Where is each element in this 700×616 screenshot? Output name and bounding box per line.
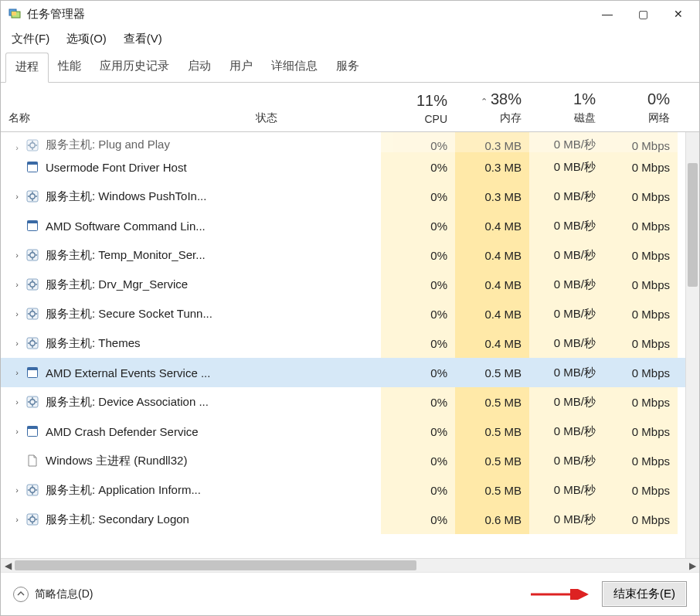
cell-cpu: 0%: [381, 446, 455, 475]
tab-details[interactable]: 详细信息: [262, 53, 327, 82]
expand-toggle[interactable]: ›: [8, 143, 25, 152]
cell-disk: 0 MB/秒: [529, 132, 603, 152]
svg-rect-44: [28, 368, 38, 371]
cell-cpu: 0%: [381, 358, 455, 387]
tab-startup[interactable]: 启动: [178, 53, 220, 82]
table-row[interactable]: ›服务主机: Themes0%0.4 MB0 MB/秒0 Mbps: [1, 328, 699, 358]
table-row[interactable]: ›服务主机: Windows PushToIn...0%0.3 MB0 MB/秒…: [1, 182, 699, 211]
process-name: 服务主机: Drv_Mgr_Service: [46, 277, 188, 292]
cell-net: 0 Mbps: [603, 417, 678, 446]
end-task-button[interactable]: 结束任务(E): [602, 581, 687, 607]
table-row[interactable]: ›服务主机: Application Inform...0%0.5 MB0 MB…: [1, 475, 699, 505]
menu-options[interactable]: 选项(O): [62, 30, 111, 48]
col-disk[interactable]: 1%磁盘: [529, 90, 603, 131]
expand-toggle[interactable]: ›: [8, 368, 25, 377]
table-row[interactable]: Windows 主进程 (Rundll32)0%0.5 MB0 MB/秒0 Mb…: [1, 446, 699, 475]
col-network[interactable]: 0%网络: [603, 90, 678, 131]
col-status[interactable]: 状态: [248, 108, 381, 131]
process-name: Usermode Font Driver Host: [46, 161, 187, 174]
menu-view[interactable]: 查看(V): [119, 30, 167, 48]
cell-mem: 0.5 MB: [455, 417, 529, 446]
expand-toggle[interactable]: ›: [8, 485, 25, 495]
table-row[interactable]: ›AMD External Events Service ...0%0.5 MB…: [1, 358, 699, 387]
table-row[interactable]: AMD Software Command Lin...0%0.4 MB0 MB/…: [1, 211, 699, 240]
col-memory[interactable]: ⌃38%内存: [455, 90, 529, 131]
process-name: 服务主机: Temp_Monitor_Ser...: [46, 248, 206, 263]
gear-icon: [25, 395, 39, 409]
gear-icon: [25, 512, 39, 526]
gear-icon: [25, 277, 39, 291]
cell-mem: 0.3 MB: [455, 182, 529, 211]
cell-disk: 0 MB/秒: [529, 299, 603, 328]
tab-users[interactable]: 用户: [220, 53, 262, 82]
table-row[interactable]: ›服务主机: Drv_Mgr_Service0%0.4 MB0 MB/秒0 Mb…: [1, 270, 699, 299]
expand-toggle[interactable]: ›: [8, 339, 25, 348]
scroll-right-icon[interactable]: ▶: [685, 560, 699, 571]
expand-toggle[interactable]: ›: [8, 427, 25, 436]
tab-performance[interactable]: 性能: [49, 53, 90, 82]
cell-net: 0 Mbps: [603, 270, 678, 299]
cell-mem: 0.4 MB: [455, 270, 529, 299]
expand-toggle[interactable]: ›: [8, 515, 25, 524]
table-row[interactable]: ›服务主机: Temp_Monitor_Ser...0%0.4 MB0 MB/秒…: [1, 240, 699, 270]
expand-toggle[interactable]: ›: [8, 192, 25, 201]
cell-disk: 0 MB/秒: [529, 358, 603, 387]
cell-cpu: 0%: [381, 387, 455, 417]
table-row[interactable]: ›服务主机: Secure Socket Tunn...0%0.4 MB0 MB…: [1, 299, 699, 328]
scroll-thumb[interactable]: [15, 560, 416, 570]
cell-cpu: 0%: [381, 299, 455, 328]
minimize-button[interactable]: —: [590, 2, 625, 26]
fewer-details-toggle[interactable]: 简略信息(D): [13, 587, 93, 602]
cell-cpu: 0%: [381, 270, 455, 299]
cell-net: 0 Mbps: [603, 505, 678, 534]
process-name: 服务主机: Application Inform...: [46, 483, 201, 498]
expand-toggle[interactable]: ›: [8, 397, 25, 407]
close-button[interactable]: ✕: [661, 2, 696, 26]
horizontal-scrollbar[interactable]: ◀ ▶: [1, 558, 699, 572]
cell-cpu: 0%: [381, 417, 455, 446]
table-row[interactable]: Usermode Font Driver Host0%0.3 MB0 MB/秒0…: [1, 152, 699, 182]
tab-services[interactable]: 服务: [327, 53, 369, 82]
cell-mem: 0.6 MB: [455, 505, 529, 534]
table-header: 名称 状态 11%CPU ⌃38%内存 1%磁盘 0%网络: [1, 83, 699, 132]
cell-disk: 0 MB/秒: [529, 182, 603, 211]
cell-disk: 0 MB/秒: [529, 505, 603, 534]
cell-disk: 0 MB/秒: [529, 211, 603, 240]
tab-apphistory[interactable]: 应用历史记录: [90, 53, 178, 82]
cell-net: 0 Mbps: [603, 358, 678, 387]
cell-disk: 0 MB/秒: [529, 270, 603, 299]
expand-toggle[interactable]: ›: [8, 250, 25, 260]
table-row[interactable]: ›AMD Crash Defender Service0%0.5 MB0 MB/…: [1, 417, 699, 446]
window-title: 任务管理器: [27, 7, 590, 22]
scroll-thumb[interactable]: [688, 163, 698, 287]
app-icon: [8, 8, 21, 20]
cell-mem: 0.5 MB: [455, 446, 529, 475]
cell-disk: 0 MB/秒: [529, 387, 603, 417]
menu-bar: 文件(F) 选项(O) 查看(V): [1, 27, 699, 53]
gear-icon: [25, 336, 39, 350]
fewer-details-label: 简略信息(D): [35, 587, 93, 601]
process-name: 服务主机: Device Association ...: [46, 395, 209, 410]
tab-strip: 进程性能应用历史记录启动用户详细信息服务: [1, 53, 699, 83]
cell-mem: 0.4 MB: [455, 328, 529, 358]
cell-net: 0 Mbps: [603, 240, 678, 270]
table-row[interactable]: ›服务主机: Plug and Play0%0.3 MB0 MB/秒0 Mbps: [1, 132, 699, 152]
col-name[interactable]: 名称: [1, 108, 248, 131]
cell-mem: 0.4 MB: [455, 211, 529, 240]
expand-toggle[interactable]: ›: [8, 280, 25, 289]
col-cpu[interactable]: 11%CPU: [381, 92, 455, 131]
process-name: Windows 主进程 (Rundll32): [46, 454, 187, 468]
vertical-scrollbar[interactable]: [685, 132, 699, 558]
cell-mem: 0.5 MB: [455, 358, 529, 387]
tab-processes[interactable]: 进程: [5, 53, 49, 83]
table-row[interactable]: ›服务主机: Device Association ...0%0.5 MB0 M…: [1, 387, 699, 417]
process-name: AMD External Events Service ...: [46, 366, 210, 379]
process-name: AMD Crash Defender Service: [46, 425, 199, 438]
table-row[interactable]: ›服务主机: Secondary Logon0%0.6 MB0 MB/秒0 Mb…: [1, 505, 699, 534]
window-icon: [25, 160, 39, 174]
expand-toggle[interactable]: ›: [8, 309, 25, 318]
maximize-button[interactable]: ▢: [625, 2, 661, 26]
scroll-left-icon[interactable]: ◀: [1, 560, 15, 571]
menu-file[interactable]: 文件(F): [7, 30, 54, 48]
process-name: 服务主机: Themes: [46, 336, 141, 351]
